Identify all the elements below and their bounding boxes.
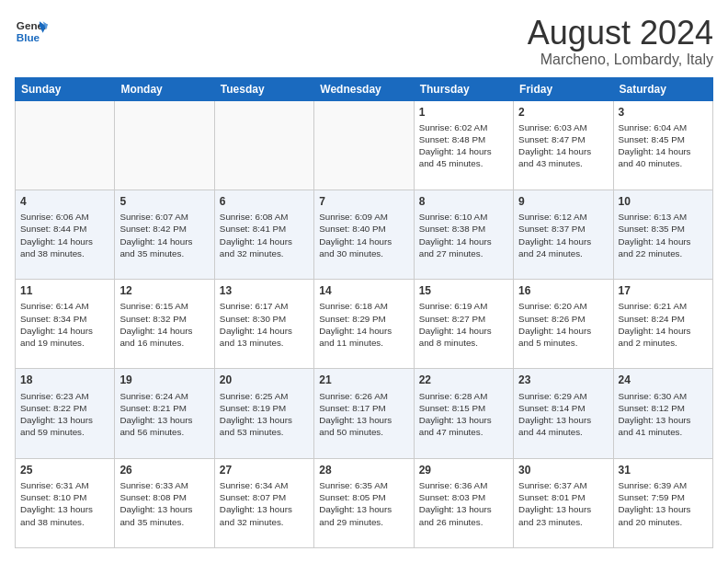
day-cell: 7Sunrise: 6:09 AM Sunset: 8:40 PM Daylig… <box>314 190 414 279</box>
day-number: 6 <box>220 194 309 209</box>
day-cell: 26Sunrise: 6:33 AM Sunset: 8:08 PM Dayli… <box>115 458 214 547</box>
day-cell: 31Sunrise: 6:39 AM Sunset: 7:59 PM Dayli… <box>613 458 712 547</box>
day-number: 30 <box>518 463 608 477</box>
day-details: Sunrise: 6:24 AM Sunset: 8:21 PM Dayligh… <box>119 390 209 439</box>
day-number: 12 <box>119 283 209 298</box>
day-number: 1 <box>419 105 508 120</box>
day-details: Sunrise: 6:20 AM Sunset: 8:26 PM Dayligh… <box>518 300 608 349</box>
day-cell: 2Sunrise: 6:03 AM Sunset: 8:47 PM Daylig… <box>514 100 613 190</box>
day-cell: 17Sunrise: 6:21 AM Sunset: 8:24 PM Dayli… <box>613 280 712 369</box>
day-cell: 25Sunrise: 6:31 AM Sunset: 8:10 PM Dayli… <box>16 458 115 547</box>
day-details: Sunrise: 6:31 AM Sunset: 8:10 PM Dayligh… <box>20 479 109 528</box>
day-cell: 8Sunrise: 6:10 AM Sunset: 8:38 PM Daylig… <box>414 190 513 279</box>
weekday-header-thursday: Thursday <box>414 77 513 100</box>
weekday-header-saturday: Saturday <box>613 77 712 100</box>
day-details: Sunrise: 6:29 AM Sunset: 8:14 PM Dayligh… <box>518 390 608 439</box>
day-number: 28 <box>319 463 408 477</box>
day-details: Sunrise: 6:35 AM Sunset: 8:05 PM Dayligh… <box>319 479 408 528</box>
day-number: 14 <box>319 283 408 298</box>
day-cell: 15Sunrise: 6:19 AM Sunset: 8:27 PM Dayli… <box>414 280 513 369</box>
day-details: Sunrise: 6:18 AM Sunset: 8:29 PM Dayligh… <box>319 300 408 349</box>
day-details: Sunrise: 6:08 AM Sunset: 8:41 PM Dayligh… <box>220 211 309 259</box>
day-number: 17 <box>619 283 708 298</box>
day-details: Sunrise: 6:06 AM Sunset: 8:44 PM Dayligh… <box>20 211 109 259</box>
day-number: 16 <box>518 283 608 298</box>
day-cell: 12Sunrise: 6:15 AM Sunset: 8:32 PM Dayli… <box>115 280 214 369</box>
logo-icon: General Blue <box>15 15 48 48</box>
day-details: Sunrise: 6:02 AM Sunset: 8:48 PM Dayligh… <box>419 121 508 170</box>
week-row-3: 11Sunrise: 6:14 AM Sunset: 8:34 PM Dayli… <box>16 280 713 369</box>
week-row-4: 18Sunrise: 6:23 AM Sunset: 8:22 PM Dayli… <box>16 369 713 458</box>
week-row-1: 1Sunrise: 6:02 AM Sunset: 8:48 PM Daylig… <box>16 100 713 190</box>
page: General Blue August 2024 Marcheno, Lomba… <box>0 0 728 563</box>
weekday-header-wednesday: Wednesday <box>314 77 414 100</box>
day-details: Sunrise: 6:37 AM Sunset: 8:01 PM Dayligh… <box>518 479 608 528</box>
day-number: 11 <box>20 283 109 298</box>
day-number: 21 <box>319 373 408 387</box>
day-cell <box>314 100 414 190</box>
day-number: 8 <box>419 194 508 209</box>
day-details: Sunrise: 6:23 AM Sunset: 8:22 PM Dayligh… <box>20 390 109 439</box>
day-cell: 10Sunrise: 6:13 AM Sunset: 8:35 PM Dayli… <box>613 190 712 279</box>
day-number: 2 <box>518 105 608 120</box>
day-cell <box>214 100 313 190</box>
day-number: 27 <box>220 463 309 477</box>
day-details: Sunrise: 6:15 AM Sunset: 8:32 PM Dayligh… <box>119 300 209 349</box>
day-cell: 3Sunrise: 6:04 AM Sunset: 8:45 PM Daylig… <box>613 100 712 190</box>
day-details: Sunrise: 6:09 AM Sunset: 8:40 PM Dayligh… <box>319 211 408 259</box>
subtitle: Marcheno, Lombardy, Italy <box>528 52 713 68</box>
day-details: Sunrise: 6:19 AM Sunset: 8:27 PM Dayligh… <box>419 300 508 349</box>
day-cell <box>115 100 214 190</box>
day-number: 15 <box>419 283 508 298</box>
day-number: 18 <box>20 373 109 387</box>
day-number: 7 <box>319 194 408 209</box>
day-details: Sunrise: 6:25 AM Sunset: 8:19 PM Dayligh… <box>220 390 309 439</box>
day-cell: 5Sunrise: 6:07 AM Sunset: 8:42 PM Daylig… <box>115 190 214 279</box>
calendar-table: SundayMondayTuesdayWednesdayThursdayFrid… <box>15 77 713 548</box>
svg-text:Blue: Blue <box>17 31 40 43</box>
day-cell: 11Sunrise: 6:14 AM Sunset: 8:34 PM Dayli… <box>16 280 115 369</box>
day-details: Sunrise: 6:26 AM Sunset: 8:17 PM Dayligh… <box>319 390 408 439</box>
weekday-header-monday: Monday <box>115 77 214 100</box>
day-number: 10 <box>619 194 708 209</box>
day-cell: 20Sunrise: 6:25 AM Sunset: 8:19 PM Dayli… <box>214 369 313 458</box>
day-cell: 29Sunrise: 6:36 AM Sunset: 8:03 PM Dayli… <box>414 458 513 547</box>
day-details: Sunrise: 6:34 AM Sunset: 8:07 PM Dayligh… <box>220 479 309 528</box>
day-details: Sunrise: 6:33 AM Sunset: 8:08 PM Dayligh… <box>119 479 209 528</box>
day-cell: 4Sunrise: 6:06 AM Sunset: 8:44 PM Daylig… <box>16 190 115 279</box>
day-details: Sunrise: 6:30 AM Sunset: 8:12 PM Dayligh… <box>619 390 708 439</box>
day-details: Sunrise: 6:36 AM Sunset: 8:03 PM Dayligh… <box>419 479 508 528</box>
day-cell: 1Sunrise: 6:02 AM Sunset: 8:48 PM Daylig… <box>414 100 513 190</box>
header: General Blue August 2024 Marcheno, Lomba… <box>15 15 713 68</box>
weekday-header-friday: Friday <box>514 77 613 100</box>
day-number: 20 <box>220 373 309 387</box>
main-title: August 2024 <box>528 15 713 52</box>
title-block: August 2024 Marcheno, Lombardy, Italy <box>528 15 713 68</box>
day-number: 9 <box>518 194 608 209</box>
day-number: 22 <box>419 373 508 387</box>
week-row-2: 4Sunrise: 6:06 AM Sunset: 8:44 PM Daylig… <box>16 190 713 279</box>
day-cell: 14Sunrise: 6:18 AM Sunset: 8:29 PM Dayli… <box>314 280 414 369</box>
day-number: 19 <box>119 373 209 387</box>
day-details: Sunrise: 6:17 AM Sunset: 8:30 PM Dayligh… <box>220 300 309 349</box>
day-details: Sunrise: 6:10 AM Sunset: 8:38 PM Dayligh… <box>419 211 508 259</box>
day-details: Sunrise: 6:14 AM Sunset: 8:34 PM Dayligh… <box>20 300 109 349</box>
day-number: 31 <box>619 463 708 477</box>
day-details: Sunrise: 6:04 AM Sunset: 8:45 PM Dayligh… <box>619 121 708 170</box>
weekday-header-sunday: Sunday <box>16 77 115 100</box>
day-number: 29 <box>419 463 508 477</box>
day-number: 4 <box>20 194 109 209</box>
day-details: Sunrise: 6:13 AM Sunset: 8:35 PM Dayligh… <box>619 211 708 259</box>
day-cell: 28Sunrise: 6:35 AM Sunset: 8:05 PM Dayli… <box>314 458 414 547</box>
weekday-header-tuesday: Tuesday <box>214 77 313 100</box>
day-details: Sunrise: 6:28 AM Sunset: 8:15 PM Dayligh… <box>419 390 508 439</box>
day-cell: 18Sunrise: 6:23 AM Sunset: 8:22 PM Dayli… <box>16 369 115 458</box>
day-details: Sunrise: 6:21 AM Sunset: 8:24 PM Dayligh… <box>619 300 708 349</box>
day-cell: 24Sunrise: 6:30 AM Sunset: 8:12 PM Dayli… <box>613 369 712 458</box>
day-cell: 30Sunrise: 6:37 AM Sunset: 8:01 PM Dayli… <box>514 458 613 547</box>
day-cell: 9Sunrise: 6:12 AM Sunset: 8:37 PM Daylig… <box>514 190 613 279</box>
day-number: 23 <box>518 373 608 387</box>
day-number: 3 <box>619 105 708 120</box>
day-cell: 22Sunrise: 6:28 AM Sunset: 8:15 PM Dayli… <box>414 369 513 458</box>
logo: General Blue <box>15 15 48 48</box>
